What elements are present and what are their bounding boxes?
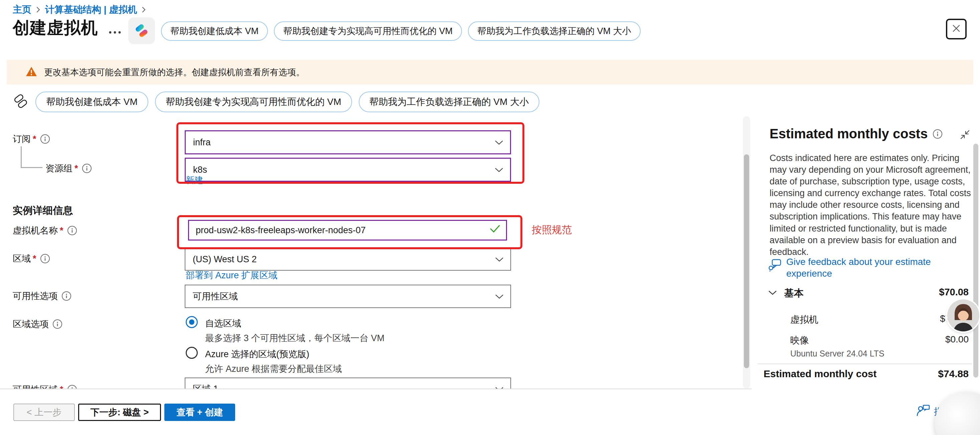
total-cost-amount: $74.88 (938, 368, 969, 379)
resource-group-dropdown[interactable]: k8s (185, 158, 511, 182)
subscription-label: 订阅* (13, 133, 50, 145)
cost-item-image-amount: $0.00 (945, 334, 969, 345)
region-dropdown[interactable]: (US) West US 2 (185, 248, 511, 271)
person-feedback-icon (916, 405, 930, 418)
suggestion-low-cost-vm-button-2[interactable]: 帮助我创建低成本 VM (35, 92, 148, 112)
create-vm-page: 主页 计算基础结构 | 虚拟机 创建虚拟机 帮助我创建低成本 VM 帮助我创建专… (0, 0, 980, 435)
chevron-down-icon (495, 137, 503, 148)
azure-selected-zones-radio[interactable] (186, 347, 198, 359)
close-button[interactable] (946, 19, 967, 40)
suggestion-high-availability-button[interactable]: 帮助我创建专为实现高可用性而优化的 VM (274, 21, 462, 41)
cost-group-amount: $70.08 (939, 287, 969, 298)
assistant-avatar[interactable] (947, 300, 979, 331)
breadcrumb: 主页 计算基础结构 | 虚拟机 (13, 3, 146, 16)
suggestion-vm-size-button[interactable]: 帮助我为工作负载选择正确的 VM 大小 (468, 21, 641, 41)
resource-group-label: 资源组* (45, 163, 92, 174)
feedback-bubbles-icon (768, 258, 781, 279)
chevron-down-icon (495, 165, 503, 175)
warning-banner-text: 更改基本选项可能会重置所做的选择。创建虚拟机前查看所有选项。 (44, 67, 305, 78)
info-icon[interactable] (67, 226, 77, 235)
vm-name-label: 虚拟机名称* (13, 225, 77, 237)
suggestion-vm-size-button-2[interactable]: 帮助我为工作负载选择正确的 VM 大小 (359, 92, 540, 112)
info-icon[interactable] (933, 129, 942, 139)
cost-disclaimer-text: Costs indicated here are estimates only.… (770, 152, 973, 258)
warning-icon (25, 66, 37, 78)
close-icon (951, 24, 961, 34)
footer-bar: < 上一步 下一步: 磁盘 > 查看 + 创建 提供反馈 (0, 389, 980, 435)
azure-selected-zones-radio-label: Azure 选择的区域(预览版) (205, 348, 309, 360)
create-new-link[interactable]: 新建 (186, 174, 203, 186)
info-icon[interactable] (40, 254, 50, 263)
cost-group-label: 基本 (784, 287, 803, 300)
copilot-suggestions-row: 帮助我创建低成本 VM 帮助我创建专为实现高可用性而优化的 VM 帮助我为工作负… (161, 21, 641, 41)
previous-step-button[interactable]: < 上一步 (13, 403, 75, 421)
main-scrollbar-thumb[interactable] (744, 155, 749, 368)
breadcrumb-home-link[interactable]: 主页 (13, 3, 32, 16)
azure-extended-zones-link[interactable]: 部署到 Azure 扩展区域 (186, 269, 278, 281)
cost-item-image-subtext: Ubuntu Server 24.04 LTS (790, 349, 885, 359)
chevron-down-icon (495, 292, 504, 302)
warning-banner: 更改基本选项可能会重置所做的选择。创建虚拟机前查看所有选项。 (7, 60, 973, 84)
collapse-panel-icon[interactable] (959, 129, 970, 140)
cost-item-vm-label: 虚拟机 (790, 313, 818, 326)
suggestion-high-availability-button-2[interactable]: 帮助我创建专为实现高可用性而优化的 VM (155, 92, 352, 112)
self-selected-zones-description: 最多选择 3 个可用性区域，每个区域一台 VM (205, 332, 385, 344)
panel-scrollbar-thumb[interactable] (973, 143, 978, 378)
self-selected-zones-radio-label: 自选区域 (205, 317, 241, 330)
info-icon[interactable] (82, 164, 92, 173)
copilot-suggestions-row-2: 帮助我创建低成本 VM 帮助我创建专为实现高可用性而优化的 VM 帮助我为工作负… (13, 92, 539, 112)
copilot-outline-icon (13, 93, 29, 111)
subscription-dropdown[interactable]: infra (185, 130, 511, 155)
copilot-icon[interactable] (128, 18, 155, 44)
region-label: 区域* (13, 253, 50, 265)
review-create-button[interactable]: 查看 + 创建 (164, 403, 235, 421)
azure-selected-zones-description: 允许 Azure 根据需要分配最佳区域 (205, 363, 342, 375)
more-menu-icon[interactable] (108, 29, 122, 36)
field-connector-line (21, 147, 43, 168)
self-selected-zones-radio[interactable] (186, 316, 198, 328)
total-cost-label: Estimated monthly cost (764, 368, 877, 379)
availability-options-label: 可用性选项 (13, 290, 71, 302)
vm-name-annotation-text: 按照规范 (532, 223, 572, 237)
info-icon[interactable] (62, 292, 71, 301)
chevron-right-icon (36, 6, 40, 13)
panel-divider (757, 363, 972, 364)
chevron-right-icon (142, 6, 146, 13)
vm-name-input[interactable] (188, 220, 507, 241)
suggestion-low-cost-vm-button[interactable]: 帮助我创建低成本 VM (161, 21, 268, 41)
zone-options-label: 区域选项 (13, 318, 62, 330)
info-icon[interactable] (40, 134, 50, 143)
next-step-disks-button[interactable]: 下一步: 磁盘 > (78, 403, 161, 421)
breadcrumb-section-link[interactable]: 计算基础结构 | 虚拟机 (45, 3, 137, 16)
estimate-feedback-link[interactable]: Give feedback about your estimate experi… (768, 256, 972, 279)
cost-group-basic-row: 基本 (768, 287, 969, 300)
cost-panel-title: Estimated monthly costs (770, 126, 942, 141)
chevron-down-icon (495, 254, 504, 265)
availability-options-dropdown[interactable]: 可用性区域 (185, 285, 511, 308)
page-title: 创建虚拟机 (13, 17, 98, 39)
floating-helper-bubble[interactable] (935, 392, 980, 435)
instance-details-header: 实例详细信息 (13, 204, 73, 218)
cost-item-image-label: 映像 (790, 334, 809, 347)
valid-check-icon (490, 225, 500, 234)
info-icon[interactable] (53, 319, 62, 329)
chevron-down-icon[interactable] (768, 290, 777, 297)
